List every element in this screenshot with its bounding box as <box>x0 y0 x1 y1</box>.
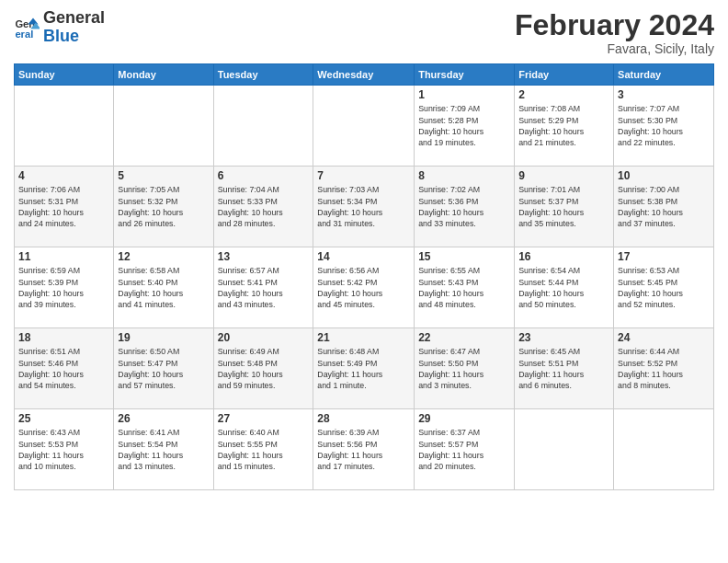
day-info: Sunrise: 6:39 AMSunset: 5:56 PMDaylight:… <box>317 427 410 472</box>
day-number: 5 <box>118 169 209 182</box>
table-row: 2Sunrise: 7:08 AMSunset: 5:29 PMDaylight… <box>515 86 614 167</box>
table-row: 25Sunrise: 6:43 AMSunset: 5:53 PMDayligh… <box>15 409 114 490</box>
day-number: 22 <box>418 331 510 344</box>
logo-text: General Blue <box>43 9 105 46</box>
table-row: 8Sunrise: 7:02 AMSunset: 5:36 PMDaylight… <box>415 167 515 247</box>
day-number: 28 <box>317 412 410 425</box>
day-info: Sunrise: 7:05 AMSunset: 5:32 PMDaylight:… <box>118 184 209 229</box>
table-row <box>213 86 313 167</box>
table-row: 24Sunrise: 6:44 AMSunset: 5:52 PMDayligh… <box>614 328 714 409</box>
day-info: Sunrise: 7:07 AMSunset: 5:30 PMDaylight:… <box>618 103 710 148</box>
day-info: Sunrise: 7:04 AMSunset: 5:33 PMDaylight:… <box>218 184 310 229</box>
table-row: 17Sunrise: 6:53 AMSunset: 5:45 PMDayligh… <box>614 247 714 328</box>
day-info: Sunrise: 6:53 AMSunset: 5:45 PMDaylight:… <box>618 265 710 310</box>
col-thursday: Thursday <box>415 64 515 86</box>
day-info: Sunrise: 6:37 AMSunset: 5:57 PMDaylight:… <box>418 427 510 472</box>
table-row <box>614 409 714 490</box>
day-info: Sunrise: 6:44 AMSunset: 5:52 PMDaylight:… <box>618 346 710 391</box>
day-number: 15 <box>418 250 510 263</box>
day-number: 11 <box>18 250 109 263</box>
logo: Gen eral General Blue <box>14 9 105 46</box>
table-row: 28Sunrise: 6:39 AMSunset: 5:56 PMDayligh… <box>313 409 415 490</box>
svg-text:eral: eral <box>15 29 33 40</box>
day-number: 23 <box>518 331 609 344</box>
table-row: 3Sunrise: 7:07 AMSunset: 5:30 PMDaylight… <box>614 86 714 167</box>
table-row: 20Sunrise: 6:49 AMSunset: 5:48 PMDayligh… <box>213 328 313 409</box>
day-number: 24 <box>618 331 710 344</box>
location: Favara, Sicily, Italy <box>515 41 714 56</box>
day-info: Sunrise: 6:56 AMSunset: 5:42 PMDaylight:… <box>317 265 410 310</box>
day-info: Sunrise: 7:01 AMSunset: 5:37 PMDaylight:… <box>518 184 609 229</box>
day-number: 2 <box>518 88 609 101</box>
col-friday: Friday <box>515 64 614 86</box>
table-row <box>313 86 415 167</box>
table-row: 16Sunrise: 6:54 AMSunset: 5:44 PMDayligh… <box>515 247 614 328</box>
day-number: 27 <box>218 412 310 425</box>
day-number: 7 <box>317 169 410 182</box>
day-number: 8 <box>418 169 510 182</box>
table-row: 13Sunrise: 6:57 AMSunset: 5:41 PMDayligh… <box>213 247 313 328</box>
day-number: 17 <box>618 250 710 263</box>
day-number: 20 <box>218 331 310 344</box>
month-title: February 2024 <box>515 9 714 41</box>
day-info: Sunrise: 6:57 AMSunset: 5:41 PMDaylight:… <box>218 265 310 310</box>
logo-icon: Gen eral <box>14 15 40 40</box>
day-info: Sunrise: 6:54 AMSunset: 5:44 PMDaylight:… <box>518 265 609 310</box>
day-info: Sunrise: 6:41 AMSunset: 5:54 PMDaylight:… <box>118 427 209 472</box>
table-row: 11Sunrise: 6:59 AMSunset: 5:39 PMDayligh… <box>15 247 114 328</box>
col-sunday: Sunday <box>15 64 114 86</box>
table-row: 15Sunrise: 6:55 AMSunset: 5:43 PMDayligh… <box>415 247 515 328</box>
day-number: 18 <box>18 331 109 344</box>
day-number: 29 <box>418 412 510 425</box>
col-monday: Monday <box>114 64 213 86</box>
day-number: 13 <box>218 250 310 263</box>
table-row <box>515 409 614 490</box>
day-number: 26 <box>118 412 209 425</box>
day-info: Sunrise: 6:47 AMSunset: 5:50 PMDaylight:… <box>418 346 510 391</box>
day-number: 3 <box>618 88 710 101</box>
table-row: 23Sunrise: 6:45 AMSunset: 5:51 PMDayligh… <box>515 328 614 409</box>
day-info: Sunrise: 6:43 AMSunset: 5:53 PMDaylight:… <box>18 427 109 472</box>
table-row: 9Sunrise: 7:01 AMSunset: 5:37 PMDaylight… <box>515 167 614 247</box>
table-row: 14Sunrise: 6:56 AMSunset: 5:42 PMDayligh… <box>313 247 415 328</box>
day-info: Sunrise: 7:00 AMSunset: 5:38 PMDaylight:… <box>618 184 710 229</box>
table-row: 12Sunrise: 6:58 AMSunset: 5:40 PMDayligh… <box>114 247 213 328</box>
calendar-page: Gen eral General Blue February 2024 Fava… <box>0 0 728 563</box>
table-row: 7Sunrise: 7:03 AMSunset: 5:34 PMDaylight… <box>313 167 415 247</box>
day-info: Sunrise: 6:50 AMSunset: 5:47 PMDaylight:… <box>118 346 209 391</box>
table-row: 29Sunrise: 6:37 AMSunset: 5:57 PMDayligh… <box>415 409 515 490</box>
table-row: 27Sunrise: 6:40 AMSunset: 5:55 PMDayligh… <box>213 409 313 490</box>
table-row: 10Sunrise: 7:00 AMSunset: 5:38 PMDayligh… <box>614 167 714 247</box>
day-info: Sunrise: 6:58 AMSunset: 5:40 PMDaylight:… <box>118 265 209 310</box>
table-row: 19Sunrise: 6:50 AMSunset: 5:47 PMDayligh… <box>114 328 213 409</box>
day-number: 25 <box>18 412 109 425</box>
day-info: Sunrise: 7:09 AMSunset: 5:28 PMDaylight:… <box>418 103 510 148</box>
day-info: Sunrise: 6:48 AMSunset: 5:49 PMDaylight:… <box>317 346 410 391</box>
table-row <box>15 86 114 167</box>
table-row: 5Sunrise: 7:05 AMSunset: 5:32 PMDaylight… <box>114 167 213 247</box>
day-number: 1 <box>418 88 510 101</box>
day-info: Sunrise: 6:55 AMSunset: 5:43 PMDaylight:… <box>418 265 510 310</box>
col-wednesday: Wednesday <box>313 64 415 86</box>
header: Gen eral General Blue February 2024 Fava… <box>14 9 714 56</box>
day-info: Sunrise: 7:08 AMSunset: 5:29 PMDaylight:… <box>518 103 609 148</box>
day-info: Sunrise: 6:49 AMSunset: 5:48 PMDaylight:… <box>218 346 310 391</box>
day-info: Sunrise: 6:51 AMSunset: 5:46 PMDaylight:… <box>18 346 109 391</box>
day-number: 21 <box>317 331 410 344</box>
day-number: 19 <box>118 331 209 344</box>
day-info: Sunrise: 6:40 AMSunset: 5:55 PMDaylight:… <box>218 427 310 472</box>
day-info: Sunrise: 7:02 AMSunset: 5:36 PMDaylight:… <box>418 184 510 229</box>
day-number: 10 <box>618 169 710 182</box>
table-row: 4Sunrise: 7:06 AMSunset: 5:31 PMDaylight… <box>15 167 114 247</box>
day-info: Sunrise: 6:45 AMSunset: 5:51 PMDaylight:… <box>518 346 609 391</box>
day-number: 6 <box>218 169 310 182</box>
day-number: 12 <box>118 250 209 263</box>
col-tuesday: Tuesday <box>213 64 313 86</box>
table-row: 26Sunrise: 6:41 AMSunset: 5:54 PMDayligh… <box>114 409 213 490</box>
table-row <box>114 86 213 167</box>
col-saturday: Saturday <box>614 64 714 86</box>
table-row: 18Sunrise: 6:51 AMSunset: 5:46 PMDayligh… <box>15 328 114 409</box>
day-number: 4 <box>18 169 109 182</box>
day-info: Sunrise: 7:03 AMSunset: 5:34 PMDaylight:… <box>317 184 410 229</box>
day-number: 9 <box>518 169 609 182</box>
